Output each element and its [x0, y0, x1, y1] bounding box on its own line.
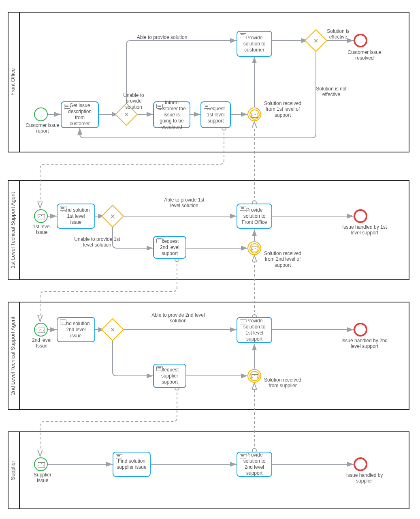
bpmn-diagram: Front Office 1st Level Techical Support …	[0, 0, 420, 519]
effective-label: Solution is effective	[320, 28, 356, 40]
gw1-able-label: Able to provide 1st level solution	[160, 197, 209, 209]
end-2nd-label: Issue handled by 2nd level support	[340, 338, 389, 350]
end-1st-label: Issue handled by 1st level support	[340, 224, 389, 236]
task-get-issue: Get issue description from customer	[61, 101, 99, 128]
end-event-2nd	[354, 323, 367, 337]
start-supp-label: Supplier Issue	[28, 472, 57, 484]
manual-task-icon	[64, 104, 70, 109]
end-event-supplier	[354, 457, 367, 471]
end-supp-label: Issue handled by supplier	[340, 472, 389, 484]
manual-task-icon	[240, 33, 246, 38]
task-find-supplier: Find solution supplier issue	[113, 452, 151, 477]
task-find-2nd: Find solution 2nd level issue	[57, 317, 95, 342]
manual-task-icon	[240, 320, 246, 324]
manual-task-icon	[60, 320, 66, 324]
task-provide-front: Provide solution to Front Office	[237, 204, 272, 229]
task-find-1st: Find solution 1st level issue	[57, 204, 95, 229]
end-event-1st	[354, 209, 367, 223]
manual-task-icon	[240, 454, 246, 459]
end-event-resolved	[354, 34, 367, 47]
manual-task-icon	[156, 104, 163, 109]
gateway-unable-label: Unable to provide solution	[117, 92, 150, 110]
start-event-supplier	[34, 457, 48, 471]
task-label: Find solution supplier issue	[117, 458, 147, 470]
lane-label-supplier: Supplier	[10, 432, 16, 509]
event-wait-supp-label: Solution received from supplier	[262, 377, 303, 389]
gw2-able-label: Able to provide 2nd level solution	[150, 312, 207, 324]
task-provide-solution: Provide solution to customer	[237, 31, 272, 57]
connectors	[0, 0, 420, 519]
task-request-2nd: Request 2nd level support	[153, 236, 186, 259]
manual-task-icon	[156, 238, 163, 243]
task-request-supplier: Request supplier support	[153, 364, 186, 388]
event-wait2-label: Solution received from 2nd level of supp…	[262, 251, 303, 268]
lane-label-front-office: Front Office	[10, 12, 16, 152]
event-wait-label: Solution received from 1st level of supp…	[262, 101, 303, 118]
gw1-unable-label: Unable to provide 1st level solution	[73, 236, 122, 248]
gateway-able-label: Able to provide solution	[130, 34, 194, 40]
start-event-customer-report	[34, 107, 48, 121]
event-wait-supplier	[247, 369, 261, 383]
noteffective-label: Solution is not effective	[311, 86, 352, 98]
lane-label-level1: 1st Level Techical Support Agent	[10, 180, 16, 280]
start-1st-label: 1st level Issue	[28, 224, 56, 236]
svg-rect-7	[8, 432, 409, 509]
task-provide-2nd: Provide solution to 2nd level support	[237, 452, 272, 477]
task-request-1st: Request 1st level support	[200, 101, 231, 128]
start-event-1st-issue	[34, 209, 48, 223]
manual-task-icon	[116, 454, 122, 459]
manual-task-icon	[240, 206, 246, 211]
manual-task-icon	[60, 206, 66, 211]
gateway-1st-can-provide: ×	[104, 208, 121, 224]
start-event-2nd-issue	[34, 323, 48, 337]
start-event-label: Customer issue report	[24, 122, 61, 134]
manual-task-icon	[156, 366, 163, 371]
lane-label-level2: 2nd Level Techical Support Agent	[10, 302, 16, 410]
start-2nd-label: 2nd level Issue	[28, 337, 56, 349]
task-provide-1st: Provide solution to 1st level support	[237, 317, 272, 343]
gateway-2nd-can-provide: ×	[104, 322, 121, 338]
task-inform-customer: Inform customer the issue is going to be…	[153, 101, 190, 128]
event-wait-1st-solution	[247, 107, 261, 121]
end-event-label: Customer issue resolved	[344, 49, 385, 61]
event-wait-2nd-solution	[247, 241, 261, 255]
manual-task-icon	[204, 104, 210, 109]
